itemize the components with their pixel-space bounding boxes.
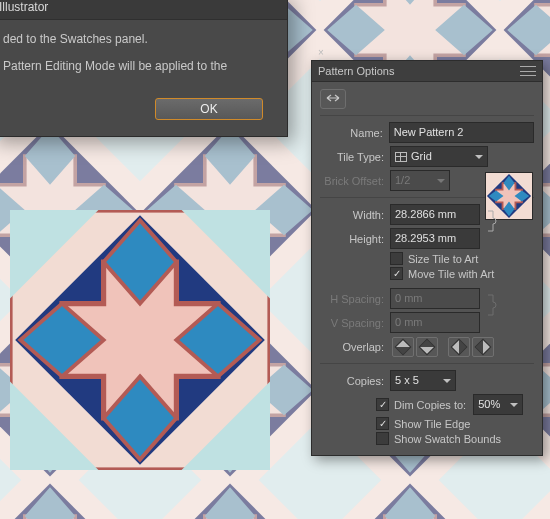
overlap-right-button[interactable] bbox=[416, 337, 438, 357]
overlap-label: Overlap: bbox=[320, 341, 384, 353]
brickoffset-label: Brick Offset: bbox=[320, 175, 384, 187]
copies-select[interactable]: 5 x 5 bbox=[390, 370, 456, 391]
tiletype-label: Tile Type: bbox=[320, 151, 384, 163]
ok-button[interactable]: OK bbox=[155, 98, 263, 120]
height-input[interactable]: 28.2953 mm bbox=[390, 228, 480, 249]
brickoffset-select: 1/2 bbox=[390, 170, 450, 191]
width-input[interactable]: 28.2866 mm bbox=[390, 204, 480, 225]
size-tile-label: Size Tile to Art bbox=[408, 253, 478, 265]
copies-label: Copies: bbox=[320, 375, 384, 387]
height-label: Height: bbox=[320, 233, 384, 245]
dim-copies-select[interactable]: 50% bbox=[473, 394, 523, 415]
panel-close-icon[interactable]: × bbox=[315, 48, 327, 60]
hspacing-input: 0 mm bbox=[390, 288, 480, 309]
dialog-text-line2: Pattern Editing Mode will be applied to … bbox=[3, 57, 275, 76]
show-tile-edge-checkbox[interactable]: ✓ bbox=[376, 417, 389, 430]
width-label: Width: bbox=[320, 209, 384, 221]
hspacing-label: H Spacing: bbox=[320, 293, 384, 305]
size-tile-checkbox[interactable] bbox=[390, 252, 403, 265]
pattern-tile-tool-button[interactable] bbox=[320, 89, 346, 109]
alert-dialog: Illustrator ded to the Swatches panel. P… bbox=[0, 0, 288, 137]
move-tile-checkbox[interactable]: ✓ bbox=[390, 267, 403, 280]
name-label: Name: bbox=[320, 127, 383, 139]
vspacing-label: V Spacing: bbox=[320, 317, 384, 329]
brickoffset-value: 1/2 bbox=[395, 173, 410, 188]
link-spacing-icon bbox=[484, 295, 500, 315]
overlap-top-button[interactable] bbox=[448, 337, 470, 357]
dim-copies-label: Dim Copies to: bbox=[394, 399, 466, 411]
link-dimensions-icon[interactable] bbox=[484, 211, 500, 231]
dim-copies-checkbox[interactable]: ✓ bbox=[376, 398, 389, 411]
dim-copies-value: 50% bbox=[478, 397, 500, 412]
overlap-left-button[interactable] bbox=[392, 337, 414, 357]
grid-icon bbox=[395, 152, 407, 162]
tiletype-value: Grid bbox=[411, 149, 467, 164]
overlap-bottom-button[interactable] bbox=[472, 337, 494, 357]
copies-value: 5 x 5 bbox=[395, 373, 419, 388]
panel-menu-icon[interactable] bbox=[520, 65, 536, 77]
dialog-text-line1: ded to the Swatches panel. bbox=[3, 30, 275, 49]
dialog-title: Illustrator bbox=[0, 0, 287, 20]
tiletype-select[interactable]: Grid bbox=[390, 146, 488, 167]
panel-title: Pattern Options bbox=[318, 65, 520, 77]
pattern-canvas-tile bbox=[10, 210, 270, 470]
name-input[interactable]: New Pattern 2 bbox=[389, 122, 534, 143]
show-swatch-bounds-checkbox[interactable] bbox=[376, 432, 389, 445]
move-tile-label: Move Tile with Art bbox=[408, 268, 494, 280]
show-tile-edge-label: Show Tile Edge bbox=[394, 418, 470, 430]
vspacing-input: 0 mm bbox=[390, 312, 480, 333]
show-swatch-bounds-label: Show Swatch Bounds bbox=[394, 433, 501, 445]
pattern-options-panel: × Pattern Options Name: New Pattern 2 Ti… bbox=[311, 48, 543, 456]
